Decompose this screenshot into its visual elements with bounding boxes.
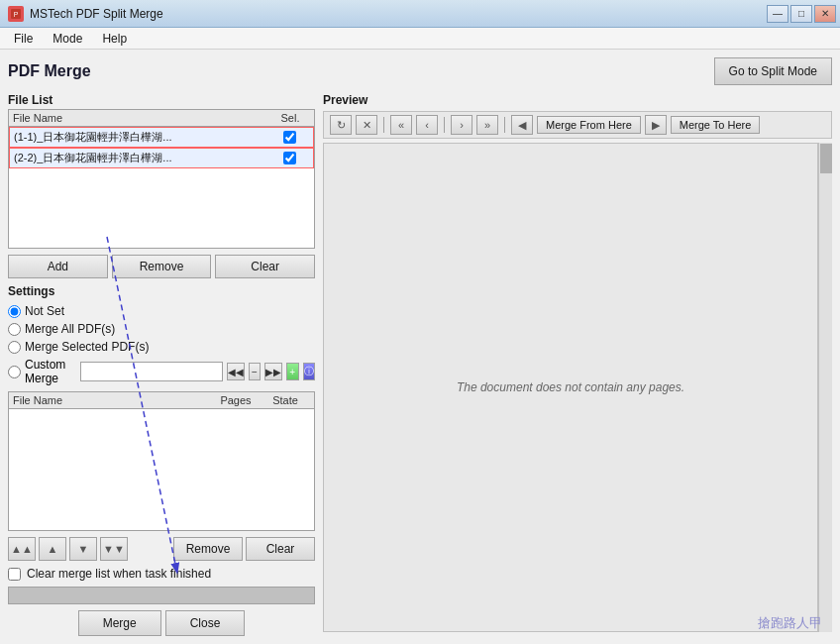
table-row[interactable]: (2-2)_日本御花園輕井澤白樺湖... <box>9 148 314 168</box>
file-list-buttons: Add Remove Clear <box>8 255 315 278</box>
nav-down-btn[interactable]: ▼ <box>69 537 97 561</box>
lower-col-filename: File Name <box>13 394 211 406</box>
merge-close-row: Merge Close <box>8 610 315 636</box>
custom-add-btn[interactable]: + <box>286 363 298 380</box>
menu-mode[interactable]: Mode <box>45 30 90 48</box>
settings-section: Settings Not Set Merge All PDF(s) Merge … <box>8 284 315 385</box>
lower-file-header: File Name Pages State <box>9 392 314 409</box>
minimize-button[interactable]: — <box>767 5 788 23</box>
col-sel-header: Sel. <box>270 112 310 124</box>
custom-merge-input[interactable] <box>80 362 223 381</box>
close-bottom-button[interactable]: Close <box>165 610 246 636</box>
file-list-section: File List File Name Sel. (1-1)_日本御花園輕井澤白… <box>8 93 315 249</box>
go-to-split-mode-button[interactable]: Go to Split Mode <box>714 57 832 85</box>
file-checkbox-0[interactable] <box>283 131 296 144</box>
file-list-body: (1-1)_日本御花園輕井澤白樺湖... (2-2)_日本御花園輕井澤白樺湖..… <box>9 127 314 248</box>
lower-col-pages: Pages <box>211 394 261 406</box>
lower-remove-button[interactable]: Remove <box>173 537 243 561</box>
file-row-checkbox-0[interactable] <box>269 131 309 144</box>
main-window: PDF Merge Go to Split Mode File List <box>0 50 840 644</box>
preview-merge-from-btn[interactable]: Merge From Here <box>537 116 641 134</box>
file-list-container: File Name Sel. (1-1)_日本御花園輕井澤白樺湖... (2-2… <box>8 109 315 249</box>
file-row-name: (2-2)_日本御花園輕井澤白樺湖... <box>14 151 269 165</box>
file-row-checkbox-1[interactable] <box>269 152 309 164</box>
settings-label: Settings <box>8 284 315 298</box>
merge-button[interactable]: Merge <box>78 610 161 636</box>
col-filename-header: File Name <box>13 112 270 124</box>
left-panel: File List File Name Sel. (1-1)_日本御花園輕井澤白… <box>8 93 315 636</box>
progress-bar <box>8 587 315 604</box>
nav-btn-row: ▲▲ ▲ ▼ ▼▼ Remove Clear <box>8 537 315 561</box>
preview-empty-text: The document does not contain any pages. <box>457 380 684 394</box>
custom-info-btn[interactable]: ⓘ <box>303 363 315 380</box>
preview-divider-3 <box>504 117 505 133</box>
maximize-button[interactable]: □ <box>790 5 812 23</box>
lower-col-state: State <box>261 394 310 406</box>
radio-merge-selected-label: Merge Selected PDF(s) <box>25 340 149 354</box>
preview-divider-1 <box>383 117 384 133</box>
nav-up-btn[interactable]: ▲ <box>39 537 66 561</box>
top-row: PDF Merge Go to Split Mode <box>8 57 832 85</box>
window-controls: — □ ✕ <box>767 5 836 23</box>
content-area: File List File Name Sel. (1-1)_日本御花園輕井澤白… <box>8 93 832 636</box>
menu-bar: File Mode Help <box>0 28 840 50</box>
right-panel: Preview ↻ ✕ « ‹ › » ◀ Merge From Here ▶ … <box>323 93 832 636</box>
clear-button[interactable]: Clear <box>215 255 315 278</box>
custom-merge-row: Custom Merge ◀◀ − ▶▶ + ⓘ <box>8 358 315 385</box>
preview-refresh-btn[interactable]: ↻ <box>330 115 352 135</box>
radio-merge-all-input[interactable] <box>8 323 21 336</box>
file-row-name: (1-1)_日本御花園輕井澤白樺湖... <box>14 130 269 145</box>
clear-merge-checkbox[interactable] <box>8 568 21 581</box>
lower-clear-button[interactable]: Clear <box>246 537 315 561</box>
radio-merge-selected-input[interactable] <box>8 341 21 354</box>
preview-last-btn[interactable]: » <box>476 115 498 135</box>
lower-file-list: File Name Pages State <box>8 391 315 531</box>
radio-not-set[interactable]: Not Set <box>8 304 315 318</box>
preview-label: Preview <box>323 93 832 107</box>
svg-text:P: P <box>14 11 19 18</box>
preview-next-btn[interactable]: › <box>451 115 472 135</box>
close-button[interactable]: ✕ <box>814 5 836 23</box>
page-title: PDF Merge <box>8 62 91 80</box>
preview-content-row: The document does not contain any pages. <box>323 143 832 632</box>
file-list-header: File Name Sel. <box>9 110 314 127</box>
nav-last-btn[interactable]: ▼▼ <box>100 537 128 561</box>
add-button[interactable]: Add <box>8 255 108 278</box>
remove-button[interactable]: Remove <box>112 255 212 278</box>
preview-merge-end-btn[interactable]: ▶ <box>645 115 667 135</box>
menu-help[interactable]: Help <box>94 30 135 48</box>
file-checkbox-1[interactable] <box>283 152 296 164</box>
menu-file[interactable]: File <box>6 30 41 48</box>
title-bar: P MSTech PDF Split Merge — □ ✕ <box>0 0 840 28</box>
preview-stop-btn[interactable]: ✕ <box>356 115 377 135</box>
preview-prev-btn[interactable]: ‹ <box>416 115 438 135</box>
radio-merge-selected[interactable]: Merge Selected PDF(s) <box>8 340 315 354</box>
preview-merge-start-btn[interactable]: ◀ <box>511 115 533 135</box>
app-icon: P <box>8 6 24 22</box>
radio-custom-merge-label: Custom Merge <box>25 358 76 385</box>
window-title: MSTech PDF Split Merge <box>30 7 163 21</box>
radio-merge-all-label: Merge All PDF(s) <box>25 322 115 336</box>
preview-area: The document does not contain any pages. <box>323 143 818 632</box>
preview-scroll-thumb[interactable] <box>820 144 832 173</box>
preview-first-btn[interactable]: « <box>390 115 412 135</box>
nav-first-btn[interactable]: ▲▲ <box>8 537 36 561</box>
clear-merge-row: Clear merge list when task finished <box>8 567 315 581</box>
radio-custom-merge-input[interactable] <box>8 366 21 378</box>
preview-merge-to-btn[interactable]: Merge To Here <box>671 116 761 134</box>
clear-merge-label: Clear merge list when task finished <box>27 567 211 581</box>
radio-not-set-input[interactable] <box>8 305 21 318</box>
custom-last-btn[interactable]: ▶▶ <box>264 363 282 380</box>
file-list-empty <box>9 168 314 248</box>
preview-divider-2 <box>444 117 445 133</box>
file-list-label: File List <box>8 93 315 107</box>
lower-list-empty <box>9 409 314 528</box>
table-row[interactable]: (1-1)_日本御花園輕井澤白樺湖... <box>9 127 314 148</box>
preview-toolbar: ↻ ✕ « ‹ › » ◀ Merge From Here ▶ Merge To… <box>323 111 832 139</box>
preview-scrollbar[interactable] <box>818 143 832 632</box>
radio-merge-all[interactable]: Merge All PDF(s) <box>8 322 315 336</box>
radio-not-set-label: Not Set <box>25 304 64 318</box>
custom-first-btn[interactable]: ◀◀ <box>227 363 245 380</box>
custom-minus-btn[interactable]: − <box>249 363 261 380</box>
